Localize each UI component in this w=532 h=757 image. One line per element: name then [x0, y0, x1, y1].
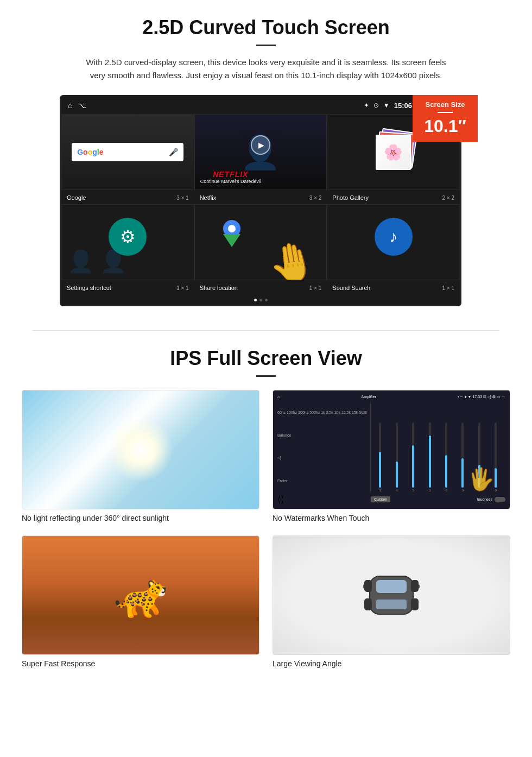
eq-bar-1: 3 [373, 422, 388, 492]
netflix-app-cell[interactable]: 👤 ▶ NETFLIX Continue Marvel's Daredevil [194, 114, 327, 190]
amp-back-icon: ⟨⟨ [277, 494, 284, 504]
loudness-toggle[interactable] [495, 497, 505, 502]
eq-label-5: -3 [445, 489, 447, 492]
play-icon: ▶ [258, 141, 264, 149]
maps-app-size: 1 × 1 [309, 285, 322, 291]
eq-bar-fill-8 [495, 468, 497, 488]
eq-label-8: 0 [495, 489, 497, 492]
car-caption: Large Viewing Angle [273, 659, 510, 668]
gallery-app-name: Photo Gallery [332, 194, 369, 201]
svg-rect-5 [376, 580, 407, 593]
cheetah-image: 🐆 [22, 535, 259, 655]
amp-time: ▪ ··· ♥ ▼ 17:33 ⊡ ◁) ⊠ ▭ → [458, 395, 505, 399]
eq-bar-track-2 [396, 422, 398, 488]
signal-icon: ▼ [383, 102, 390, 109]
google-app-cell[interactable]: Google 🎤 [61, 114, 194, 190]
eq-label-2: 4 [396, 489, 397, 492]
gallery-label-group: Photo Gallery 2 × 2 [327, 193, 460, 203]
pagination-dots [61, 294, 460, 305]
svg-rect-12 [411, 598, 419, 610]
watermarks-caption: No Watermarks When Touch [273, 514, 510, 522]
cheetah-emoji: 🐆 [113, 570, 168, 621]
sunlight-image [22, 390, 259, 509]
amplifier-image: ⌂ Amplifier ▪ ··· ♥ ▼ 17:33 ⊡ ◁) ⊠ ▭ → 6… [273, 390, 510, 509]
amp-custom-button[interactable]: Custom [371, 496, 390, 502]
netflix-brand: NETFLIX [200, 170, 261, 179]
maps-app-cell[interactable]: 🤚 [194, 204, 327, 280]
amp-hand-icon: 🖐 [467, 466, 495, 492]
netflix-label-group: Netflix 3 × 2 [194, 193, 327, 203]
eq-bar-5: -3 [439, 422, 453, 492]
eq-bar-fill-6 [461, 458, 464, 488]
settings-bg-icons: 👤 👤 [62, 243, 194, 280]
svg-point-2 [228, 225, 236, 232]
eq-label-6: 0 [462, 489, 464, 492]
eq-bar-fill-2 [396, 462, 398, 488]
app-labels-row2: Settings shortcut 1 × 1 Share location 1… [61, 280, 460, 294]
photo-stack: 🌸 [372, 130, 415, 174]
dot-2 [259, 299, 262, 301]
curved-screen-section: 2.5D Curved Touch Screen With 2.5D curve… [0, 0, 532, 319]
eq-bar-track-4 [429, 422, 431, 488]
dot-3 [265, 299, 268, 301]
badge-divider [438, 112, 453, 113]
amp-bars-area: 3 4 5 [370, 401, 505, 492]
home-icon[interactable]: ⌂ [68, 101, 72, 110]
ips-section: IPS Full Screen View No light reflecting… [0, 342, 532, 684]
netflix-app-size: 3 × 2 [309, 195, 322, 201]
settings-app-cell[interactable]: ⚙ 👤 👤 [61, 204, 194, 280]
status-time: 15:06 [394, 102, 412, 110]
eq-bar-fill-3 [412, 445, 414, 488]
settings-app-size: 1 × 1 [176, 285, 189, 291]
status-bar-left: ⌂ ⌥ [68, 101, 86, 110]
eq-bar-fill-1 [379, 452, 381, 488]
badge-label: Screen Size [421, 100, 469, 109]
sound-app-size: 1 × 1 [442, 285, 454, 291]
hand-pointer-icon: 🤚 [265, 237, 319, 280]
amp-loudness-label: loudness [477, 497, 492, 501]
sound-circle: ♪ [375, 218, 413, 256]
ips-title-divider [256, 375, 276, 377]
section1-title: 2.5D Curved Touch Screen [33, 16, 499, 39]
eq-label-1: 3 [379, 489, 381, 492]
sunlight-caption: No light reflecting under 360° direct su… [22, 514, 259, 522]
maps-g-wrapper [218, 219, 246, 249]
mic-icon[interactable]: 🎤 [169, 148, 178, 156]
amp-loudness: loudness [477, 497, 505, 502]
svg-marker-1 [223, 234, 240, 247]
netflix-subtitle: Continue Marvel's Daredevil [200, 179, 261, 184]
eq-bar-4: 0 [422, 422, 437, 492]
car-top-view-svg [348, 552, 435, 639]
eq-bar-track-5 [445, 422, 447, 488]
feature-grid: No light reflecting under 360° direct su… [22, 390, 510, 668]
amp-balance-label: Balance [277, 433, 367, 437]
svg-rect-6 [376, 600, 407, 609]
device-mockup: Screen Size 10.1″ ⌂ ⌥ ✦ ⊙ ▼ 15:06 ⊡ ◁) [60, 95, 472, 306]
sound-search-app-cell[interactable]: ♪ [327, 204, 460, 280]
maps-app-name: Share location [200, 285, 238, 291]
eq-label-3: 5 [413, 489, 414, 492]
badge-size: 10.1″ [421, 117, 469, 135]
sun-burst [108, 417, 173, 482]
eq-bar-fill-5 [445, 455, 447, 488]
eq-bar-2: 4 [389, 422, 404, 492]
eq-bar-3: 5 [406, 422, 420, 492]
photo-card-3: 🌸 [376, 135, 411, 170]
maps-label-group: Share location 1 × 1 [194, 283, 327, 293]
android-screen: ⌂ ⌥ ✦ ⊙ ▼ 15:06 ⊡ ◁) ⊠ ▭ [60, 95, 461, 306]
netflix-play-button[interactable]: ▶ [251, 135, 270, 155]
dot-1 [254, 299, 257, 301]
eq-bar-fill-4 [429, 436, 431, 488]
svg-rect-11 [364, 598, 372, 610]
page-divider [33, 330, 499, 331]
google-search-bar[interactable]: Google 🎤 [72, 143, 183, 161]
svg-rect-9 [364, 580, 372, 592]
google-app-size: 3 × 1 [176, 195, 189, 201]
google-app-name: Google [67, 194, 86, 201]
settings-label-group: Settings shortcut 1 × 1 [61, 283, 194, 293]
eq-bar-track-3 [412, 422, 414, 488]
amp-title: Amplifier [362, 395, 376, 399]
google-label-group: Google 3 × 1 [61, 193, 194, 203]
app-labels-row1: Google 3 × 1 Netflix 3 × 2 Photo Gallery… [61, 190, 460, 204]
music-note-icon: ♪ [389, 228, 397, 246]
